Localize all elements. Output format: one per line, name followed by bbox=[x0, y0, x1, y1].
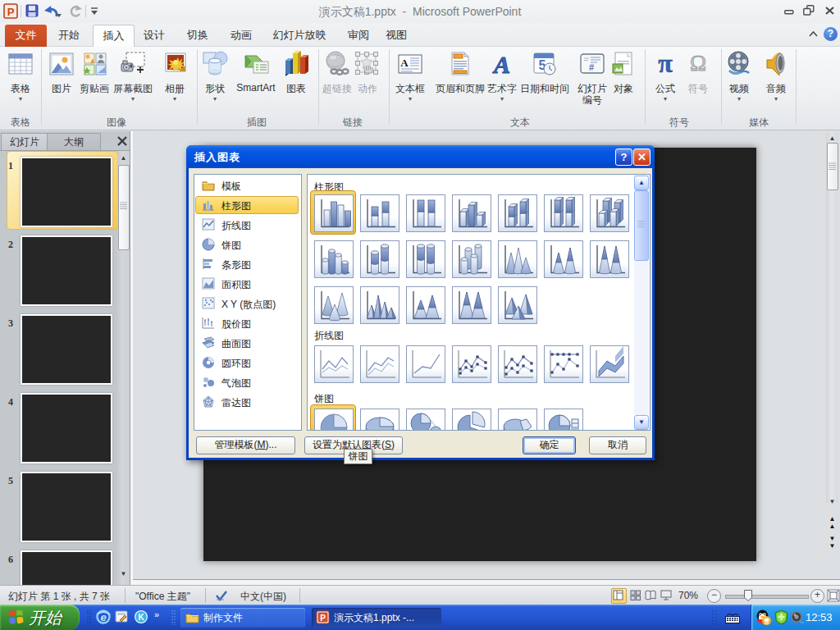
svg-text:Ω: Ω bbox=[690, 51, 706, 75]
svg-text:P: P bbox=[320, 614, 326, 623]
svg-text:#: # bbox=[589, 62, 594, 72]
svg-text:π: π bbox=[658, 51, 673, 77]
svg-text:K: K bbox=[138, 613, 144, 622]
svg-text:A: A bbox=[400, 57, 409, 69]
svg-text:A: A bbox=[492, 51, 510, 77]
